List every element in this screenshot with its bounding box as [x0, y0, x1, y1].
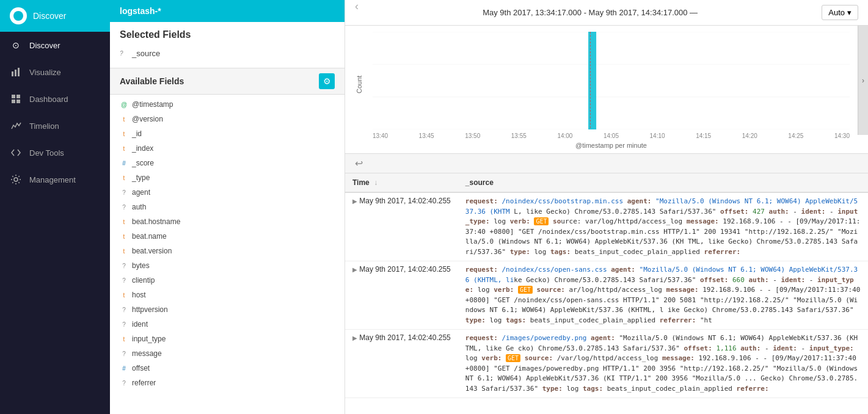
main-content: ‹ May 9th 2017, 13:34:17.000 - May 9th 2… — [345, 0, 868, 414]
field-name-bytes: bytes — [132, 261, 150, 270]
time-column-label: Time — [352, 178, 370, 187]
field-row-host[interactable]: t host — [110, 288, 345, 302]
field-name-beat-version: beat.version — [132, 247, 172, 255]
field-row-id[interactable]: t _id — [110, 126, 345, 141]
sidebar-label-discover: Discover — [29, 41, 60, 50]
field-row-timestamp[interactable]: @ @timestamp — [110, 97, 345, 112]
field-row-httpversion[interactable]: ? httpversion — [110, 302, 345, 317]
time-value-3: May 9th 2017, 14:02:40.255 — [359, 333, 450, 342]
visualize-icon — [10, 66, 22, 78]
x-tick-1400: 14:00 — [557, 133, 572, 139]
svg-rect-4 — [16, 95, 20, 98]
field-row-ident[interactable]: ? ident — [110, 317, 345, 332]
source-type-badge: ? — [120, 50, 127, 57]
selected-field-source[interactable]: ? _source — [120, 46, 335, 60]
message-type-icon: ? — [120, 350, 128, 357]
expand-row-3-button[interactable]: ▶ — [352, 335, 357, 341]
source-cell-3: request: /images/poweredby.png agent: "M… — [458, 330, 868, 398]
x-tick-1350: 13:50 — [465, 133, 480, 139]
timelion-icon — [10, 120, 22, 132]
app-name: Discover — [33, 11, 66, 21]
time-column-header[interactable]: Time ↓ — [345, 173, 458, 192]
y-axis-label: Count — [356, 75, 363, 93]
sidebar-item-visualize[interactable]: Visualize — [0, 59, 110, 85]
field-name-clientip: clientip — [132, 276, 155, 285]
timestamp-type-icon: @ — [120, 101, 128, 108]
available-fields-gear-button[interactable]: ⚙ — [319, 73, 335, 89]
svg-rect-2 — [18, 68, 20, 76]
time-range-display: May 9th 2017, 13:34:17.000 - May 9th 201… — [483, 8, 698, 17]
sidebar-item-timelion[interactable]: Timelion — [0, 112, 110, 139]
input-type-type-icon: t — [120, 336, 128, 343]
beat-hostname-type-icon: t — [120, 219, 128, 225]
ident-type-icon: ? — [120, 321, 128, 328]
field-row-index[interactable]: t _index — [110, 141, 345, 156]
field-row-auth[interactable]: ? auth — [110, 200, 345, 214]
interval-label: Auto — [828, 8, 845, 17]
x-tick-1420: 14:20 — [742, 133, 757, 139]
id-type-icon: t — [120, 131, 128, 137]
host-type-icon: t — [120, 292, 128, 299]
index-pattern[interactable]: logstash-* — [110, 0, 345, 22]
field-row-version[interactable]: t @version — [110, 112, 345, 126]
management-icon — [10, 173, 22, 186]
chart-area: Count 6 4 2 0 13:40 13:45 13:50 13:55 14… — [345, 26, 868, 154]
field-row-agent[interactable]: ? agent — [110, 185, 345, 200]
left-panel: logstash-* Selected Fields ? _source Ava… — [110, 0, 345, 414]
source-column-label: _source — [465, 178, 494, 187]
field-row-referrer[interactable]: ? referrer — [110, 376, 345, 390]
selected-fields-section: Selected Fields ? _source — [110, 22, 345, 68]
results-table: Time ↓ _source ▶ May 9th 2017, 14:02:40.… — [345, 173, 868, 398]
clientip-type-icon: ? — [120, 277, 128, 284]
table-header-row: Time ↓ _source — [345, 173, 868, 192]
x-tick-1355: 13:55 — [511, 133, 527, 139]
available-fields-title: Available Fields — [120, 76, 184, 86]
prev-time-button[interactable]: ‹ — [355, 0, 359, 13]
table-row: ▶ May 9th 2017, 14:02:40.255 request: /n… — [345, 261, 868, 330]
table-nav-back-button[interactable]: ↩ — [355, 158, 363, 169]
field-name-id: _id — [132, 129, 142, 138]
field-row-type[interactable]: t _type — [110, 170, 345, 185]
svg-rect-1 — [15, 70, 16, 76]
field-name-type: _type — [132, 173, 150, 182]
sidebar-item-devtools[interactable]: Dev Tools — [0, 139, 110, 166]
top-bar: ‹ May 9th 2017, 13:34:17.000 - May 9th 2… — [345, 0, 868, 26]
field-row-bytes[interactable]: ? bytes — [110, 258, 345, 273]
field-row-score[interactable]: # _score — [110, 156, 345, 170]
fields-list: @ @timestamp t @version t _id t _index #… — [110, 95, 345, 393]
field-name-version: @version — [132, 115, 163, 123]
agent-type-icon: ? — [120, 189, 128, 196]
field-name-beat-name: beat.name — [132, 232, 167, 241]
svg-rect-6 — [16, 100, 20, 103]
source-cell-1: request: /noindex/css/bootstrap.min.css … — [458, 192, 868, 261]
chart-right-nav-button[interactable]: › — [858, 26, 868, 135]
field-name-offset: offset — [132, 364, 150, 372]
field-name-message: message — [132, 349, 162, 358]
index-type-icon: t — [120, 145, 128, 152]
field-name-index: _index — [132, 144, 153, 153]
field-name-host: host — [132, 291, 146, 299]
sidebar-item-management[interactable]: Management — [0, 166, 110, 193]
sidebar-label-visualize: Visualize — [29, 68, 61, 77]
field-row-offset[interactable]: # offset — [110, 361, 345, 376]
expand-row-2-button[interactable]: ▶ — [352, 266, 357, 273]
field-row-input-type[interactable]: t input_type — [110, 332, 345, 346]
field-row-beat-version[interactable]: t beat.version — [110, 244, 345, 258]
field-row-message[interactable]: ? message — [110, 346, 345, 361]
time-value-1: May 9th 2017, 14:02:40.255 — [359, 197, 450, 205]
interval-select[interactable]: Auto ▾ — [822, 5, 858, 20]
x-tick-1340: 13:40 — [373, 133, 388, 139]
sidebar-item-discover[interactable]: ⊙ Discover — [0, 32, 110, 59]
auth-type-icon: ? — [120, 204, 128, 211]
field-row-clientip[interactable]: ? clientip — [110, 273, 345, 288]
field-row-beat-name[interactable]: t beat.name — [110, 229, 345, 244]
x-tick-1405: 14:05 — [604, 133, 619, 139]
field-row-beat-hostname[interactable]: t beat.hostname — [110, 214, 345, 229]
table-row: ▶ May 9th 2017, 14:02:40.255 request: /i… — [345, 330, 868, 398]
expand-row-1-button[interactable]: ▶ — [352, 198, 357, 205]
svg-rect-3 — [12, 95, 15, 98]
results-table-area: Time ↓ _source ▶ May 9th 2017, 14:02:40.… — [345, 173, 868, 414]
sidebar-item-dashboard[interactable]: Dashboard — [0, 85, 110, 112]
svg-rect-5 — [12, 100, 15, 103]
field-name-agent: agent — [132, 188, 150, 197]
